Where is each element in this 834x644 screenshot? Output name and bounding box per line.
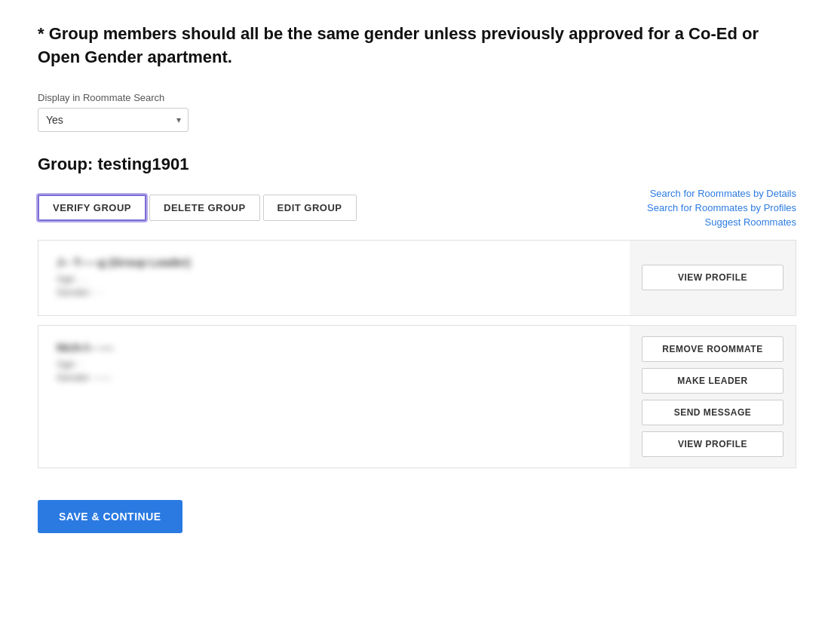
member-gender-leader: Gender: · · <box>57 287 612 298</box>
group-links: Search for Roommates by Details Search f… <box>647 188 796 228</box>
view-profile-roommate-button[interactable]: VIEW PROFILE <box>642 431 783 457</box>
suggest-roommates-link[interactable]: Suggest Roommates <box>705 216 796 228</box>
member-gender-roommate: Gender: ----- <box>57 372 612 383</box>
member-age-leader: Age: . . <box>57 273 612 284</box>
edit-group-button[interactable]: EDIT GROUP <box>263 195 357 221</box>
display-roommate-search-label: Display in Roommate Search <box>38 92 796 103</box>
display-roommate-search-select-wrapper[interactable]: Yes No <box>38 108 189 132</box>
member-name-roommate: Nich-l-- ---- <box>57 341 612 354</box>
remove-roommate-button[interactable]: REMOVE ROOMMATE <box>642 336 783 362</box>
view-profile-leader-button[interactable]: VIEW PROFILE <box>642 265 783 290</box>
search-by-details-link[interactable]: Search for Roommates by Details <box>650 188 796 199</box>
group-actions-left: VERIFY GROUP DELETE GROUP EDIT GROUP <box>38 195 357 221</box>
member-info-leader: J-- T-----g (Group Leader) Age: . . Gend… <box>38 241 630 315</box>
send-message-button[interactable]: SEND MESSAGE <box>642 400 783 425</box>
save-continue-button[interactable]: SAVE & CONTINUE <box>38 500 182 533</box>
display-roommate-search-select[interactable]: Yes No <box>38 108 189 132</box>
delete-group-button[interactable]: DELETE GROUP <box>149 195 260 221</box>
member-card-leader: J-- T-----g (Group Leader) Age: . . Gend… <box>38 240 796 316</box>
page-container: * Group members should all be the same g… <box>0 0 834 563</box>
member-name-leader: J-- T-----g (Group Leader) <box>57 256 612 268</box>
member-actions-leader: VIEW PROFILE <box>630 241 796 315</box>
member-age-roommate: Age: · <box>57 358 612 370</box>
group-section: Group: testing1901 VERIFY GROUP DELETE G… <box>38 155 796 468</box>
search-by-profiles-link[interactable]: Search for Roommates by Profiles <box>647 202 796 213</box>
group-title: Group: testing1901 <box>38 155 796 174</box>
display-roommate-search-field: Display in Roommate Search Yes No <box>38 92 796 132</box>
group-actions: VERIFY GROUP DELETE GROUP EDIT GROUP Sea… <box>38 188 796 228</box>
member-card-roommate: Nich-l-- ---- Age: · Gender: ----- REMOV… <box>38 325 796 468</box>
notice-text: * Group members should all be the same g… <box>38 23 796 69</box>
verify-group-button[interactable]: VERIFY GROUP <box>38 195 146 221</box>
member-info-roommate: Nich-l-- ---- Age: · Gender: ----- <box>38 326 630 468</box>
member-actions-roommate: REMOVE ROOMMATE MAKE LEADER SEND MESSAGE… <box>630 326 796 468</box>
make-leader-button[interactable]: MAKE LEADER <box>642 368 783 394</box>
